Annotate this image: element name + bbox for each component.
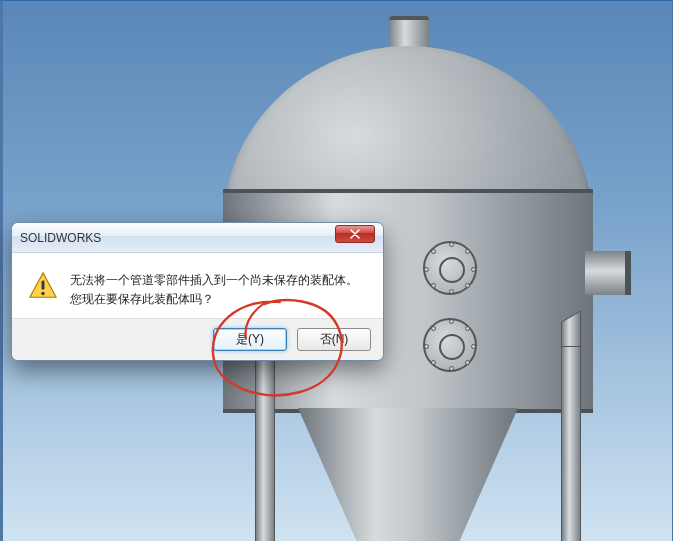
vessel-weld-seam-upper [223,189,593,193]
svg-point-2 [41,292,45,296]
close-button[interactable] [335,225,375,243]
dialog-title: SOLIDWORKS [20,231,101,245]
vessel-leg-left [255,346,275,541]
close-icon [350,229,360,239]
vessel-side-nozzle [585,251,631,295]
warning-icon [28,271,58,301]
dialog-message-line2: 您现在要保存此装配体吗？ [70,290,358,309]
vessel-bottom-cone [298,408,518,541]
vessel-flange-1 [423,241,477,295]
dialog-button-row: 是(Y) 否(N) [12,318,383,360]
no-button[interactable]: 否(N) [297,328,371,351]
message-dialog: SOLIDWORKS 无法将一个管道零部件插入到一个尚未保存的装配体。 您现在要… [11,222,384,361]
dialog-message: 无法将一个管道零部件插入到一个尚未保存的装配体。 您现在要保存此装配体吗？ [70,271,358,308]
vessel-leg-right [561,346,581,541]
dialog-content: 无法将一个管道零部件插入到一个尚未保存的装配体。 您现在要保存此装配体吗？ [12,253,383,318]
dialog-titlebar[interactable]: SOLIDWORKS [12,223,383,253]
dialog-message-line1: 无法将一个管道零部件插入到一个尚未保存的装配体。 [70,271,358,290]
yes-button[interactable]: 是(Y) [213,328,287,351]
vessel-flange-2 [423,318,477,372]
svg-rect-1 [42,280,45,289]
